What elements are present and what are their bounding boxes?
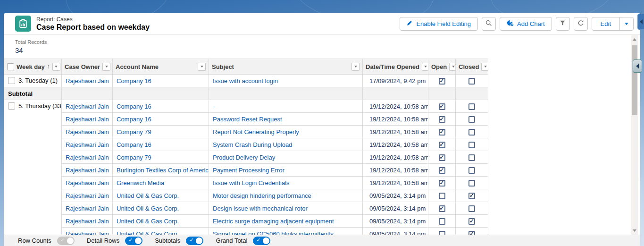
- closed-checkbox[interactable]: [468, 103, 475, 110]
- closed-checkbox[interactable]: [468, 154, 475, 161]
- case-owner-link[interactable]: Rajeshwari Jain: [62, 138, 113, 151]
- case-owner-link[interactable]: Rajeshwari Jain: [62, 151, 113, 164]
- case-owner-link[interactable]: Rajeshwari Jain: [62, 215, 113, 228]
- open-checkbox[interactable]: [439, 231, 445, 235]
- refresh-button[interactable]: [574, 17, 588, 31]
- open-checkbox[interactable]: [439, 103, 445, 110]
- closed-checkbox[interactable]: [468, 129, 475, 136]
- subject-link[interactable]: Product Delivery Delay: [209, 151, 363, 164]
- subject-link[interactable]: System Crash During Upload: [209, 138, 363, 151]
- case-owner-link[interactable]: Rajeshwari Jain: [62, 202, 113, 215]
- report-content: Total Records 34 Week day↑Case OwnerAcco…: [4, 35, 640, 235]
- scroll-down-arrow[interactable]: [631, 227, 638, 234]
- closed-checkbox[interactable]: [468, 116, 475, 123]
- open-checkbox[interactable]: [439, 205, 445, 212]
- column-header[interactable]: Case Owner: [62, 59, 113, 75]
- select-all-checkbox[interactable]: [7, 63, 14, 70]
- case-owner-link[interactable]: Rajeshwari Jain: [62, 113, 113, 126]
- subject-link[interactable]: Signal panel on GC5060 blinks intermitte…: [209, 228, 363, 235]
- open-checkbox[interactable]: [439, 180, 445, 187]
- column-menu-button[interactable]: [449, 63, 455, 71]
- check-icon: ✓: [60, 237, 65, 243]
- date-opened-cell: 09/05/2024, 3:14 pm: [363, 189, 428, 202]
- column-menu-button[interactable]: [102, 63, 110, 71]
- closed-checkbox[interactable]: [468, 193, 475, 199]
- case-owner-link[interactable]: Rajeshwari Jain: [62, 228, 113, 235]
- account-name-link[interactable]: Greenwich Media: [113, 177, 209, 189]
- account-name-link[interactable]: Company 16: [113, 138, 209, 151]
- case-owner-link[interactable]: Rajeshwari Jain: [62, 164, 113, 177]
- account-name-link[interactable]: Company 16: [113, 113, 209, 126]
- case-owner-link[interactable]: Rajeshwari Jain: [62, 75, 113, 87]
- column-menu-button[interactable]: [481, 63, 488, 71]
- closed-checkbox[interactable]: [468, 218, 475, 225]
- column-header[interactable]: Subject: [209, 59, 363, 75]
- edit-dropdown-button[interactable]: [619, 17, 634, 31]
- toggle-label: Grand Total: [216, 237, 247, 244]
- column-menu-button[interactable]: [198, 63, 206, 71]
- open-checkbox[interactable]: [439, 193, 445, 199]
- column-header-weekday[interactable]: Week day↑: [4, 59, 62, 75]
- scrollbar-thumb[interactable]: [632, 45, 637, 115]
- open-checkbox[interactable]: [439, 78, 445, 85]
- column-menu-button[interactable]: [52, 63, 60, 71]
- case-owner-link[interactable]: Rajeshwari Jain: [62, 100, 113, 113]
- closed-checkbox[interactable]: [468, 231, 475, 235]
- case-owner-link[interactable]: Rajeshwari Jain: [62, 189, 113, 202]
- closed-checkbox[interactable]: [468, 78, 475, 85]
- account-name-link[interactable]: Burlington Textiles Corp of America: [113, 164, 209, 177]
- side-scroll-handle[interactable]: [633, 59, 642, 73]
- subtotals-toggle[interactable]: ✓: [186, 237, 203, 245]
- table-row: Rajeshwari JainCompany 16System Crash Du…: [4, 138, 488, 151]
- subject-link[interactable]: Report Not Generating Properly: [209, 126, 363, 138]
- column-menu-button[interactable]: [422, 63, 428, 71]
- case-owner-link[interactable]: Rajeshwari Jain: [62, 126, 113, 138]
- search-button[interactable]: [482, 17, 496, 31]
- subject-link[interactable]: Design issue with mechanical rotor: [209, 202, 363, 215]
- column-header[interactable]: Date/Time Opened: [363, 59, 428, 75]
- column-menu-button[interactable]: [351, 63, 360, 71]
- group-checkbox[interactable]: [8, 77, 15, 84]
- subject-link[interactable]: Electric surge damaging adjacent equipme…: [209, 215, 363, 228]
- column-header[interactable]: Account Name: [113, 59, 209, 75]
- subject-link[interactable]: Issue with Login Credentials: [209, 177, 363, 189]
- subject-link[interactable]: Payment Processing Error: [209, 164, 363, 177]
- column-header[interactable]: Closed: [456, 59, 488, 75]
- account-name-link[interactable]: Company 16: [113, 100, 209, 113]
- closed-checkbox[interactable]: [468, 142, 475, 148]
- open-checkbox[interactable]: [439, 142, 445, 148]
- account-name-link[interactable]: United Oil & Gas Corp.: [113, 202, 209, 215]
- open-checkbox[interactable]: [439, 154, 445, 161]
- closed-checkbox[interactable]: [468, 180, 475, 187]
- open-checkbox[interactable]: [439, 116, 445, 123]
- account-name-link[interactable]: United Oil & Gas Corp.: [113, 189, 209, 202]
- chevron-left-icon: [640, 19, 643, 24]
- account-name-link[interactable]: Company 79: [113, 151, 209, 164]
- open-checkbox[interactable]: [439, 129, 445, 136]
- detail-rows-toggle[interactable]: ✓: [125, 237, 142, 245]
- row-counts-toggle[interactable]: ✓: [57, 237, 75, 245]
- account-name-link[interactable]: Company 79: [113, 126, 209, 138]
- group-checkbox[interactable]: [8, 102, 15, 110]
- add-chart-button[interactable]: Add Chart: [500, 17, 552, 31]
- open-checkbox[interactable]: [439, 167, 445, 174]
- grand-total-toggle[interactable]: ✓: [253, 237, 270, 245]
- subject-link[interactable]: Password Reset Request: [209, 113, 363, 126]
- closed-checkbox[interactable]: [468, 205, 475, 212]
- scroll-up-arrow[interactable]: [631, 36, 638, 42]
- panel-expand-tab[interactable]: [637, 14, 644, 30]
- case-owner-link[interactable]: Rajeshwari Jain: [62, 177, 113, 189]
- closed-checkbox[interactable]: [468, 167, 475, 174]
- account-name-link[interactable]: United Oil & Gas Corp.: [113, 228, 209, 235]
- filter-button[interactable]: [556, 17, 570, 31]
- subject-link[interactable]: Issue with account login: [209, 75, 363, 87]
- account-name-link[interactable]: Company 16: [113, 75, 209, 87]
- subject-link[interactable]: Motor design hindering performance: [209, 189, 363, 202]
- open-checkbox[interactable]: [439, 218, 445, 225]
- account-name-link[interactable]: United Oil & Gas Corp.: [113, 215, 209, 228]
- edit-button[interactable]: Edit: [592, 17, 620, 31]
- chevron-down-icon: [354, 66, 357, 68]
- subject-link[interactable]: -: [209, 100, 363, 113]
- column-header[interactable]: Open: [428, 59, 456, 75]
- enable-field-editing-button[interactable]: Enable Field Editing: [400, 17, 478, 31]
